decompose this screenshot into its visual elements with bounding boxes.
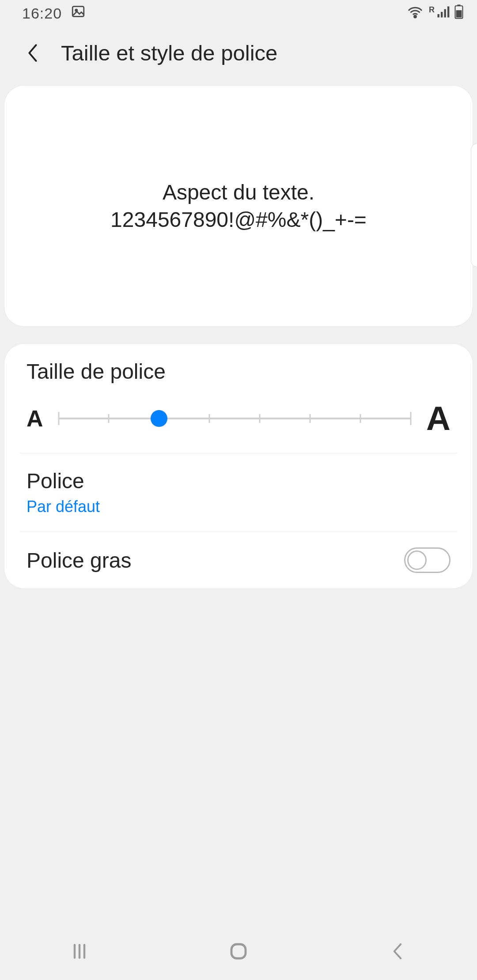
slider-thumb[interactable] bbox=[151, 410, 167, 427]
font-size-slider-row: A A bbox=[26, 399, 450, 437]
svg-rect-4 bbox=[441, 12, 443, 18]
font-style-row[interactable]: Police Par défaut bbox=[4, 453, 473, 531]
nav-back-button[interactable] bbox=[380, 934, 415, 969]
bold-font-label: Police gras bbox=[26, 548, 131, 573]
svg-rect-5 bbox=[444, 9, 446, 17]
system-nav-bar bbox=[0, 923, 477, 980]
slider-tick bbox=[108, 414, 110, 423]
nav-recents-button[interactable] bbox=[62, 934, 97, 969]
slider-end-tick bbox=[58, 412, 59, 425]
roaming-indicator: R bbox=[429, 5, 435, 15]
status-bar: 16:20 R bbox=[0, 0, 477, 26]
content-area: Aspect du texte. 1234567890!@#%&*()_+-= … bbox=[0, 79, 477, 588]
preview-line-2: 1234567890!@#%&*()_+-= bbox=[110, 207, 367, 233]
switch-knob bbox=[407, 550, 427, 570]
signal-icon bbox=[436, 5, 450, 22]
slider-tick bbox=[259, 414, 261, 423]
svg-rect-13 bbox=[231, 944, 246, 958]
slider-end-tick bbox=[410, 412, 412, 425]
wifi-icon bbox=[407, 5, 424, 22]
battery-icon bbox=[454, 4, 464, 23]
status-left: 16:20 bbox=[22, 4, 86, 23]
font-size-label: Taille de police bbox=[26, 359, 450, 384]
scroll-handle[interactable] bbox=[471, 143, 477, 267]
image-icon bbox=[71, 4, 86, 23]
svg-rect-3 bbox=[438, 14, 439, 18]
font-size-slider[interactable] bbox=[59, 405, 411, 432]
font-size-section: Taille de police A A bbox=[4, 344, 473, 453]
slider-tick bbox=[209, 414, 210, 423]
slider-tick bbox=[310, 414, 311, 423]
svg-rect-9 bbox=[456, 10, 462, 17]
font-settings-card: Taille de police A A Police Par défaut P… bbox=[4, 344, 473, 588]
font-style-label: Police bbox=[26, 469, 100, 493]
status-right: R bbox=[407, 4, 464, 23]
app-header: Taille et style de police bbox=[0, 26, 477, 79]
slider-tick bbox=[360, 414, 361, 423]
status-time: 16:20 bbox=[22, 5, 62, 22]
preview-line-1: Aspect du texte. bbox=[163, 180, 314, 205]
font-style-main: Police Par défaut bbox=[26, 469, 100, 516]
slider-track bbox=[59, 418, 411, 419]
font-preview-card: Aspect du texte. 1234567890!@#%&*()_+-= bbox=[4, 86, 473, 326]
nav-home-button[interactable] bbox=[221, 934, 256, 969]
svg-rect-6 bbox=[447, 6, 449, 17]
back-button[interactable] bbox=[22, 42, 43, 64]
svg-point-2 bbox=[414, 15, 416, 18]
font-size-indicator-small: A bbox=[26, 405, 43, 432]
bold-font-switch[interactable] bbox=[404, 547, 450, 573]
font-size-indicator-large: A bbox=[426, 399, 450, 437]
page-title: Taille et style de police bbox=[61, 41, 277, 65]
bold-font-row[interactable]: Police gras bbox=[4, 532, 473, 588]
font-style-value: Par défaut bbox=[26, 498, 100, 516]
svg-rect-8 bbox=[457, 4, 460, 6]
